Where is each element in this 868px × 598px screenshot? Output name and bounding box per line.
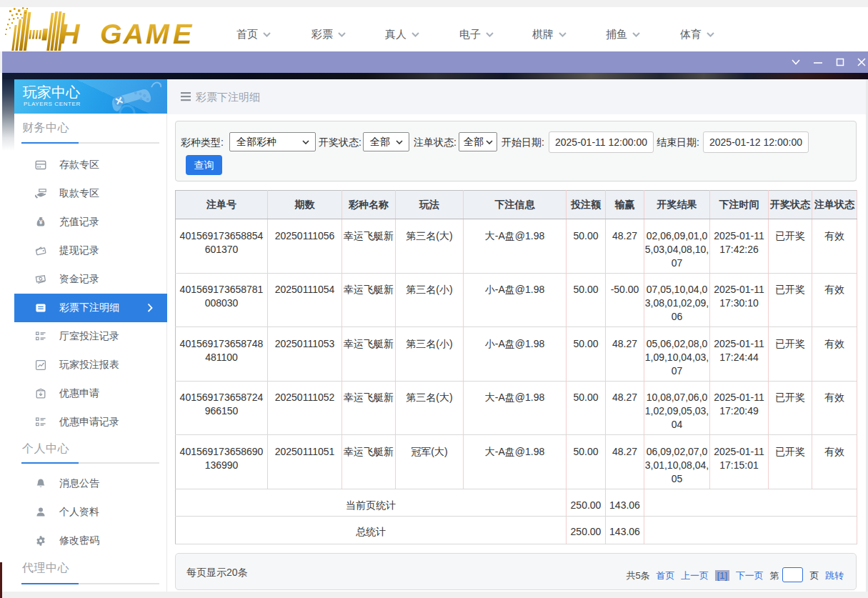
svg-text:¥: ¥: [39, 219, 43, 226]
svg-text:HGAME: HGAME: [59, 18, 193, 49]
